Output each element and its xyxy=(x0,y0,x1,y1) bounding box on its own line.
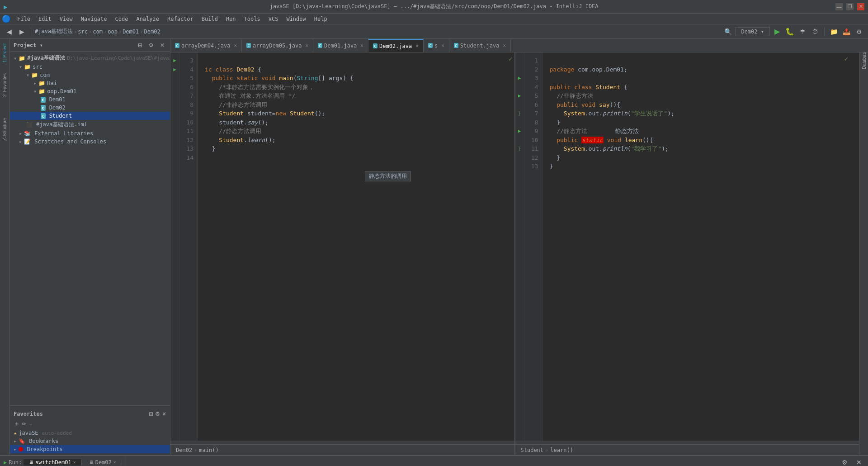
project-tree[interactable]: ▾ 📁 #java基础语法 D:\java-Learning\Code\java… xyxy=(10,52,170,405)
dem02-scroll[interactable]: ▶ ▶ 3 4 5 6 xyxy=(170,52,514,441)
debug-button[interactable]: 🐛 xyxy=(784,26,795,37)
vcs-button[interactable]: 📁 xyxy=(828,26,839,37)
tab-arraydem04-close[interactable]: ✕ xyxy=(234,43,237,48)
sidebar-close[interactable]: ✕ xyxy=(158,41,166,49)
tab-dem01-close[interactable]: ✕ xyxy=(360,43,363,48)
menu-tools[interactable]: Tools xyxy=(241,15,264,23)
fav-edit-button[interactable]: ✏ xyxy=(22,421,26,427)
tab-arraydem04[interactable]: c arrayDem04.java ✕ xyxy=(170,39,242,52)
profile-button[interactable]: ⏱ xyxy=(810,26,821,37)
menu-refactor[interactable]: Refactor xyxy=(164,15,197,23)
close-button[interactable]: ✕ xyxy=(857,3,864,10)
share-button[interactable]: 📤 xyxy=(841,26,852,37)
tree-dem02-label: Dem02 xyxy=(49,105,66,111)
menu-code[interactable]: Code xyxy=(112,15,132,23)
menu-build[interactable]: Build xyxy=(198,15,222,23)
tab-dem01[interactable]: c Dem01.java ✕ xyxy=(313,39,368,52)
fav-settings-button[interactable]: ⚙ xyxy=(155,411,160,417)
database-tab[interactable]: Database xyxy=(858,53,868,66)
tree-root[interactable]: ▾ 📁 #java基础语法 D:\java-Learning\Code\java… xyxy=(10,53,170,63)
fav-remove-button[interactable]: － xyxy=(28,420,33,428)
minimize-button[interactable]: — xyxy=(835,3,843,10)
tree-dem01-file[interactable]: c Dem01 xyxy=(10,95,170,104)
dem02-code[interactable]: ic class Dem02 { public static void main… xyxy=(198,52,514,441)
run-close-button[interactable]: ✕ xyxy=(854,457,864,466)
student-editor[interactable]: ✓ ▶ ▶ } ▶ } xyxy=(515,52,859,455)
tree-scratches[interactable]: ▸ 📝 Scratches and Consoles xyxy=(10,138,170,146)
tree-scratches-label: Scratches and Consoles xyxy=(34,138,106,145)
tree-external-libs[interactable]: ▸ 📚 External Libraries xyxy=(10,129,170,138)
bookmark-icon: 🔖 xyxy=(19,438,25,444)
run-settings-button[interactable]: ⚙ xyxy=(839,457,850,466)
menu-edit[interactable]: Edit xyxy=(35,15,55,23)
tab-s[interactable]: c s ✕ xyxy=(424,39,449,52)
tab-switchdem01-close[interactable]: ✕ xyxy=(73,460,76,465)
settings-button[interactable]: ⚙ xyxy=(854,26,864,37)
fav-javase[interactable]: ★ javaSE auto-added xyxy=(10,429,170,437)
student-code[interactable]: package com.oop.Dem01; public class Stud… xyxy=(542,52,859,441)
run-config-selector[interactable]: Dem02 ▾ xyxy=(735,27,770,36)
tree-dem02-file[interactable]: c Dem02 xyxy=(10,104,170,112)
chevron-right-icon: ▸ xyxy=(19,138,22,145)
dem02-scrollbar[interactable] xyxy=(170,441,514,444)
tab-dem02-run-close[interactable]: ✕ xyxy=(113,460,116,465)
tree-root-path: D:\java-Learning\Code\javaSE\#java基 xyxy=(67,55,170,62)
project-tab[interactable]: 1: Project xyxy=(1,41,8,65)
gutter-run-4[interactable]: ▶ xyxy=(173,65,176,74)
menu-help[interactable]: Help xyxy=(311,15,331,23)
student-gutter-5[interactable]: ▶ xyxy=(518,91,521,100)
tab-student[interactable]: c Student.java ✕ xyxy=(449,39,511,52)
tab-dem02-run[interactable]: 🖥 Dem02 ✕ xyxy=(84,459,122,466)
fav-breakpoints[interactable]: ▸ Breakpoints xyxy=(10,445,170,453)
sidebar-settings[interactable]: ⚙ xyxy=(147,41,156,49)
maximize-button[interactable]: ❐ xyxy=(846,3,854,10)
tree-src[interactable]: ▾ 📁 src xyxy=(10,63,170,71)
tab-dem02-close[interactable]: ✕ xyxy=(415,43,419,49)
fav-add-button[interactable]: ＋ xyxy=(14,420,20,428)
dem02-editor[interactable]: ✓ ▶ ▶ 3 xyxy=(170,52,515,455)
student-gutter-3[interactable]: ▶ xyxy=(518,74,521,83)
menu-file[interactable]: File xyxy=(14,15,34,23)
student-scroll[interactable]: ▶ ▶ } ▶ } 1 2 3 4 xyxy=(515,52,859,441)
fav-bookmarks[interactable]: ▸ 🔖 Bookmarks xyxy=(10,437,170,445)
menu-window[interactable]: Window xyxy=(283,15,309,23)
tab-switchdem01[interactable]: 🖥 switchDem01 ✕ xyxy=(24,459,82,466)
run-icon: ▶ xyxy=(4,459,7,466)
tab-s-close[interactable]: ✕ xyxy=(441,43,444,48)
back-button[interactable]: ◀ xyxy=(4,26,14,37)
run-label: Run: xyxy=(9,459,22,466)
tab-arraydem05-label: arrayDem05.java xyxy=(253,43,302,49)
structure-tab[interactable]: Z-Structure xyxy=(1,115,8,143)
tree-hai[interactable]: ▸ 📁 Hai xyxy=(10,79,170,87)
coverage-button[interactable]: ☂ xyxy=(797,26,808,37)
breadcrumb-dem01: Dem01 xyxy=(123,29,139,35)
menu-navigate[interactable]: Navigate xyxy=(77,15,111,23)
menu-vcs[interactable]: VCS xyxy=(265,15,282,23)
left-vertical-tabs: 1: Project 2: Favorites Z-Structure xyxy=(0,39,10,455)
tree-student-file[interactable]: c Student xyxy=(10,112,170,120)
tab-dem02[interactable]: c Dem02.java ✕ xyxy=(368,39,424,52)
tab-arraydem05[interactable]: c arrayDem05.java ✕ xyxy=(242,39,313,52)
search-everywhere-button[interactable]: 🔍 xyxy=(722,26,733,37)
breadcrumb-oop: oop xyxy=(108,29,118,35)
fav-expand-button[interactable]: ⊟ xyxy=(149,411,153,417)
gutter-run-3[interactable]: ▶ xyxy=(173,56,176,65)
tree-iml[interactable]: ⬛ #java基础语法.iml xyxy=(10,120,170,129)
sidebar-collapse-all[interactable]: ⊟ xyxy=(136,41,144,49)
forward-button[interactable]: ▶ xyxy=(16,26,27,37)
menu-run[interactable]: Run xyxy=(222,15,240,23)
menu-view[interactable]: View xyxy=(56,15,76,23)
favorites-actions: ⊟ ⚙ ✕ xyxy=(149,411,166,417)
tab-arraydem05-close[interactable]: ✕ xyxy=(305,43,308,48)
fav-close-button[interactable]: ✕ xyxy=(162,411,166,417)
student-scrollbar[interactable] xyxy=(515,441,859,444)
run-file-icon: 🖥 xyxy=(29,460,33,465)
menu-analyze[interactable]: Analyze xyxy=(132,15,163,23)
tree-com[interactable]: ▾ 📁 com xyxy=(10,71,170,79)
favorites-tab[interactable]: 2: Favorites xyxy=(1,71,8,100)
tab-student-close[interactable]: ✕ xyxy=(503,43,506,48)
run-button[interactable]: ▶ xyxy=(772,26,783,37)
tree-oop-dem01[interactable]: ▾ 📁 oop.Dem01 xyxy=(10,87,170,95)
fav-add[interactable]: ＋ ✏ － xyxy=(10,419,170,429)
student-gutter-9[interactable]: ▶ xyxy=(518,127,521,136)
